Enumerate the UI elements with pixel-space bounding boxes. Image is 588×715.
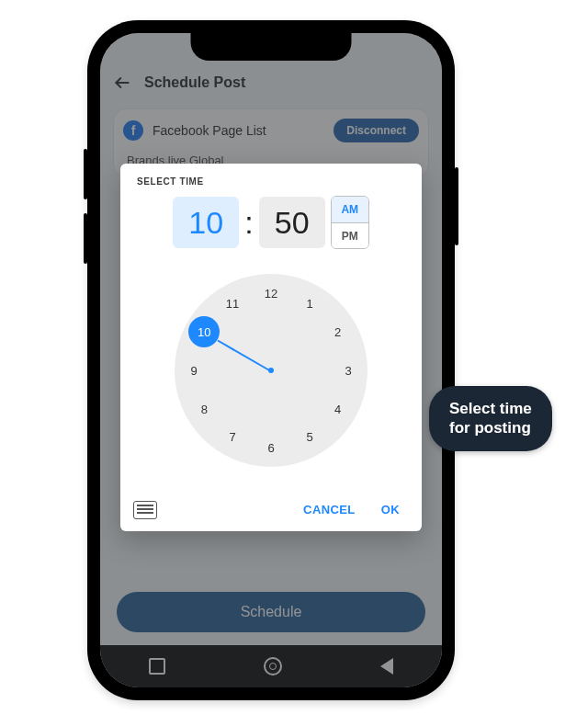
cancel-button[interactable]: CANCEL <box>294 497 365 522</box>
dialog-title: SELECT TIME <box>120 164 422 196</box>
callout-line1: Select time <box>449 400 532 417</box>
keyboard-icon[interactable] <box>133 501 157 519</box>
clock-hand <box>217 340 271 372</box>
clock-number-2[interactable]: 2 <box>326 320 350 344</box>
time-colon: : <box>244 205 253 241</box>
clock-number-6[interactable]: 6 <box>259 436 283 460</box>
minute-field[interactable]: 50 <box>259 197 325 248</box>
clock-number-9[interactable]: 9 <box>182 358 206 382</box>
time-picker-dialog: SELECT TIME 10 : 50 AM PM 12123456789101… <box>120 164 422 531</box>
hour-field[interactable]: 10 <box>173 197 239 248</box>
clock-number-5[interactable]: 5 <box>298 426 322 449</box>
phone-notch <box>191 33 352 61</box>
clock-wrap: 12123456789101110 <box>120 249 422 492</box>
phone-side-button <box>84 213 87 264</box>
clock-number-8[interactable]: 8 <box>192 397 216 421</box>
clock-face[interactable]: 12123456789101110 <box>175 274 368 467</box>
clock-number-4[interactable]: 4 <box>326 397 350 421</box>
am-button[interactable]: AM <box>332 197 368 222</box>
ampm-toggle: AM PM <box>331 196 369 249</box>
clock-number-11[interactable]: 11 <box>220 291 244 315</box>
ok-button[interactable]: OK <box>372 497 409 522</box>
callout-tooltip: Select time for posting <box>429 386 552 451</box>
clock-number-1[interactable]: 1 <box>298 291 322 315</box>
dialog-footer: CANCEL OK <box>120 492 422 531</box>
clock-selected-hour[interactable]: 10 <box>188 316 220 347</box>
phone-frame: Schedule Post f Facebook Page List Disco… <box>87 20 455 700</box>
pm-button[interactable]: PM <box>332 222 368 248</box>
callout-line2: for posting <box>449 419 531 437</box>
clock-number-7[interactable]: 7 <box>220 426 244 449</box>
phone-screen: Schedule Post f Facebook Page List Disco… <box>100 33 442 687</box>
clock-number-12[interactable]: 12 <box>259 281 283 305</box>
clock-number-3[interactable]: 3 <box>336 358 360 382</box>
time-input-row: 10 : 50 AM PM <box>120 196 422 249</box>
